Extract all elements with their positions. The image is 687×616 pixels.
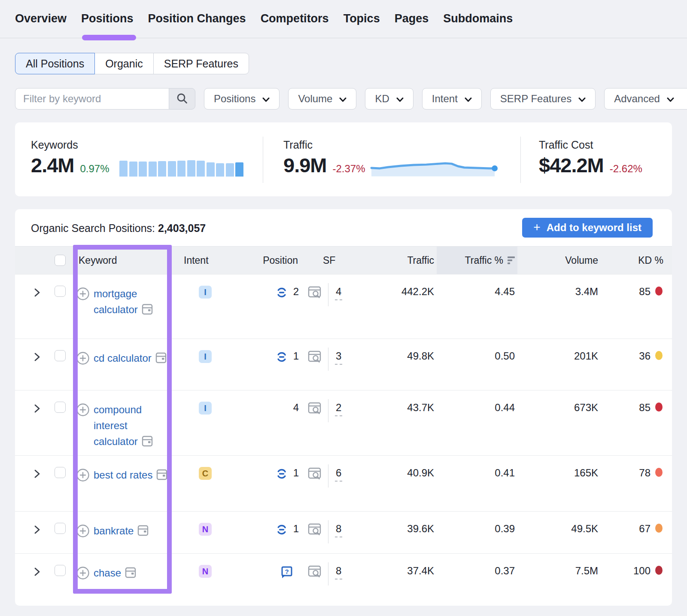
tab-label: Overview [15,12,67,25]
sf-divider [328,399,328,422]
table-row: chase N ? 8 37.4K 0.37 7.5M 100 [15,553,672,596]
trend-bar [235,162,243,177]
filter-advanced-dropdown[interactable]: Advanced [604,88,687,110]
expand-row-button[interactable] [15,274,45,338]
keyword-filter-input[interactable] [15,88,169,110]
column-header-keyword[interactable]: Keyword [70,247,169,274]
table-header: Keyword Intent Position SF Traffic Traff… [15,246,672,274]
traffic-pct-value: 0.50 [437,339,517,390]
column-header-position[interactable]: Position [218,247,301,274]
tab-position-changes[interactable]: Position Changes [148,12,246,25]
traffic-change: -2.37% [333,163,365,175]
volume-value: 3.4M [517,274,601,338]
summary-divider [520,137,521,183]
serp-snapshot-icon[interactable] [155,472,168,483]
add-to-list-icon[interactable] [76,524,90,540]
keyword-link[interactable]: compound interest calculator [94,404,142,447]
position-link-icon[interactable] [276,524,288,538]
sf-value[interactable]: 3 [335,348,342,365]
tab-competitors[interactable]: Competitors [261,12,329,25]
table-row: cd calculator I ? 1 3 49.8K 0.50 201K 36 [15,338,672,390]
trend-bar [129,162,137,177]
add-to-list-icon[interactable] [76,403,90,419]
serp-snapshot-icon[interactable] [124,570,137,581]
filter-kd-dropdown[interactable]: KD [365,88,413,110]
kd-level-dot [655,566,663,575]
tab-pages[interactable]: Pages [395,12,429,25]
question-bubble-icon[interactable]: ? [280,565,293,581]
position-link-icon[interactable] [276,287,288,301]
view-option-organic[interactable]: Organic [94,53,154,74]
expand-row-button[interactable] [15,554,45,596]
serp-snapshot-icon[interactable] [141,438,154,450]
row-checkbox[interactable] [55,402,66,413]
filter-serp-features-dropdown[interactable]: SERP Features [490,88,596,110]
column-header-sf[interactable]: SF [301,247,363,274]
serp-snapshot-icon[interactable] [155,355,167,366]
keywords-trend-chart [119,158,246,177]
expand-row-button[interactable] [15,339,45,390]
column-header-kd[interactable]: KD % [601,247,672,274]
kd-value: 100 [633,565,651,577]
view-option-all-positions[interactable]: All Positions [15,53,95,74]
serp-preview-icon[interactable] [307,467,322,483]
tab-positions[interactable]: Positions [81,12,134,25]
select-all-checkbox[interactable] [45,247,70,274]
search-button[interactable] [169,88,195,110]
serp-snapshot-icon[interactable] [137,528,149,539]
tab-label: Subdomains [443,12,513,25]
keyword-link[interactable]: mortgage calculator [94,288,138,315]
traffic-cost-change: -2.62% [610,163,642,175]
add-to-list-icon[interactable] [76,566,90,582]
serp-snapshot-icon[interactable] [141,306,154,318]
expand-row-button[interactable] [15,390,45,455]
sf-value[interactable]: 8 [335,563,342,579]
add-to-list-icon[interactable] [76,468,90,485]
row-checkbox[interactable] [55,286,66,297]
search-icon [176,92,188,106]
expand-row-button[interactable] [15,512,45,553]
row-checkbox[interactable] [55,523,66,534]
filter-volume-dropdown[interactable]: Volume [288,88,356,110]
filter-positions-dropdown[interactable]: Positions [204,88,280,110]
serp-preview-icon[interactable] [307,401,322,418]
trend-bar [168,161,176,177]
sf-value[interactable]: 6 [335,465,342,482]
traffic-value: 40.9K [363,456,437,511]
table-row: compound interest calculator I ? 4 2 43.… [15,390,672,455]
keyword-link[interactable]: chase [94,567,121,579]
serp-preview-icon[interactable] [307,522,322,539]
view-option-serp-features[interactable]: SERP Features [153,53,249,74]
volume-value: 165K [517,456,601,511]
svg-text:?: ? [285,568,289,575]
filter-intent-dropdown[interactable]: Intent [422,88,482,110]
column-header-traffic-pct[interactable]: Traffic % [437,247,517,274]
sf-value[interactable]: 4 [335,284,342,300]
tab-topics[interactable]: Topics [344,12,380,25]
sf-value[interactable]: 8 [335,521,342,537]
tab-subdomains[interactable]: Subdomains [443,12,513,25]
row-checkbox[interactable] [55,467,66,478]
column-header-intent[interactable]: Intent [169,247,218,274]
add-to-list-icon[interactable] [76,287,90,303]
keyword-link[interactable]: best cd rates [94,469,152,481]
dropdown-label: Intent [432,93,458,105]
row-checkbox[interactable] [55,565,66,576]
serp-preview-icon[interactable] [307,285,322,302]
add-to-keyword-list-button[interactable]: + Add to keyword list [522,218,653,238]
column-header-traffic[interactable]: Traffic [363,247,437,274]
add-to-list-icon[interactable] [76,351,90,368]
intent-badge: I [199,402,212,415]
expand-row-button[interactable] [15,456,45,511]
keyword-link[interactable]: bankrate [94,525,134,537]
tab-overview[interactable]: Overview [15,12,67,25]
keyword-link[interactable]: cd calculator [94,352,152,364]
row-checkbox[interactable] [55,350,66,361]
position-value: 4 [293,402,299,414]
position-link-icon[interactable] [276,468,288,482]
position-link-icon[interactable] [276,351,288,366]
serp-preview-icon[interactable] [307,564,322,581]
serp-preview-icon[interactable] [307,350,322,366]
column-header-volume[interactable]: Volume [517,247,601,274]
sf-value[interactable]: 2 [335,400,342,416]
